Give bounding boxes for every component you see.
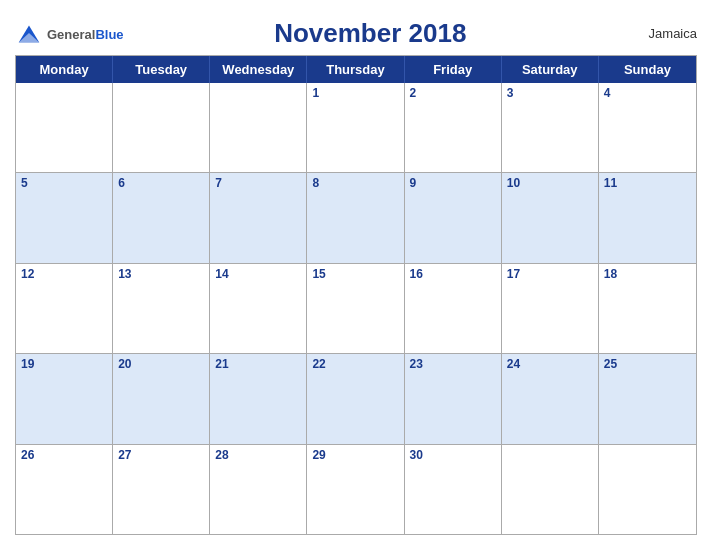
day-cell-28: 28 (210, 445, 307, 534)
day-number: 5 (21, 177, 107, 189)
calendar-weekday-header: MondayTuesdayWednesdayThursdayFridaySatu… (16, 56, 696, 83)
day-number: 2 (410, 87, 496, 99)
logo-text: GeneralBlue (47, 25, 124, 43)
day-cell-7: 7 (210, 173, 307, 262)
day-number: 6 (118, 177, 204, 189)
day-number: 8 (312, 177, 398, 189)
day-cell-14: 14 (210, 264, 307, 353)
day-number: 26 (21, 449, 107, 461)
day-cell-2: 2 (405, 83, 502, 172)
day-cell-13: 13 (113, 264, 210, 353)
day-number: 29 (312, 449, 398, 461)
weekday-header-wednesday: Wednesday (210, 56, 307, 83)
day-cell-5: 5 (16, 173, 113, 262)
country-label: Jamaica (617, 26, 697, 41)
day-cell-30: 30 (405, 445, 502, 534)
weekday-header-monday: Monday (16, 56, 113, 83)
day-number: 25 (604, 358, 691, 370)
day-cell-26: 26 (16, 445, 113, 534)
day-cell-29: 29 (307, 445, 404, 534)
day-cell-1: 1 (307, 83, 404, 172)
logo-icon (15, 20, 43, 48)
day-cell-18: 18 (599, 264, 696, 353)
day-number: 22 (312, 358, 398, 370)
day-number: 19 (21, 358, 107, 370)
day-cell-23: 23 (405, 354, 502, 443)
day-cell-22: 22 (307, 354, 404, 443)
day-cell-12: 12 (16, 264, 113, 353)
empty-cell (16, 83, 113, 172)
day-cell-24: 24 (502, 354, 599, 443)
day-number: 16 (410, 268, 496, 280)
empty-cell (210, 83, 307, 172)
empty-cell (599, 445, 696, 534)
day-number: 13 (118, 268, 204, 280)
day-number: 18 (604, 268, 691, 280)
calendar-body: 1234567891011121314151617181920212223242… (16, 83, 696, 534)
weekday-header-thursday: Thursday (307, 56, 404, 83)
day-number: 24 (507, 358, 593, 370)
day-number: 21 (215, 358, 301, 370)
calendar-header: GeneralBlue November 2018 Jamaica (15, 10, 697, 55)
weekday-header-saturday: Saturday (502, 56, 599, 83)
day-number: 1 (312, 87, 398, 99)
day-number: 12 (21, 268, 107, 280)
calendar-row-0: 1234 (16, 83, 696, 172)
day-cell-19: 19 (16, 354, 113, 443)
day-number: 17 (507, 268, 593, 280)
day-cell-21: 21 (210, 354, 307, 443)
day-number: 30 (410, 449, 496, 461)
day-number: 9 (410, 177, 496, 189)
day-number: 11 (604, 177, 691, 189)
day-cell-15: 15 (307, 264, 404, 353)
calendar-row-1: 567891011 (16, 172, 696, 262)
day-number: 4 (604, 87, 691, 99)
calendar: MondayTuesdayWednesdayThursdayFridaySatu… (15, 55, 697, 535)
day-number: 27 (118, 449, 204, 461)
day-number: 15 (312, 268, 398, 280)
day-cell-4: 4 (599, 83, 696, 172)
day-cell-25: 25 (599, 354, 696, 443)
day-cell-3: 3 (502, 83, 599, 172)
empty-cell (502, 445, 599, 534)
day-number: 23 (410, 358, 496, 370)
day-cell-17: 17 (502, 264, 599, 353)
month-title: November 2018 (124, 18, 617, 49)
day-cell-6: 6 (113, 173, 210, 262)
empty-cell (113, 83, 210, 172)
day-cell-8: 8 (307, 173, 404, 262)
day-number: 7 (215, 177, 301, 189)
calendar-row-2: 12131415161718 (16, 263, 696, 353)
day-number: 10 (507, 177, 593, 189)
day-cell-27: 27 (113, 445, 210, 534)
day-cell-20: 20 (113, 354, 210, 443)
day-number: 3 (507, 87, 593, 99)
weekday-header-friday: Friday (405, 56, 502, 83)
day-number: 20 (118, 358, 204, 370)
calendar-row-3: 19202122232425 (16, 353, 696, 443)
day-number: 14 (215, 268, 301, 280)
day-cell-10: 10 (502, 173, 599, 262)
day-cell-9: 9 (405, 173, 502, 262)
logo: GeneralBlue (15, 20, 124, 48)
calendar-row-4: 2627282930 (16, 444, 696, 534)
day-cell-16: 16 (405, 264, 502, 353)
weekday-header-sunday: Sunday (599, 56, 696, 83)
day-cell-11: 11 (599, 173, 696, 262)
weekday-header-tuesday: Tuesday (113, 56, 210, 83)
day-number: 28 (215, 449, 301, 461)
